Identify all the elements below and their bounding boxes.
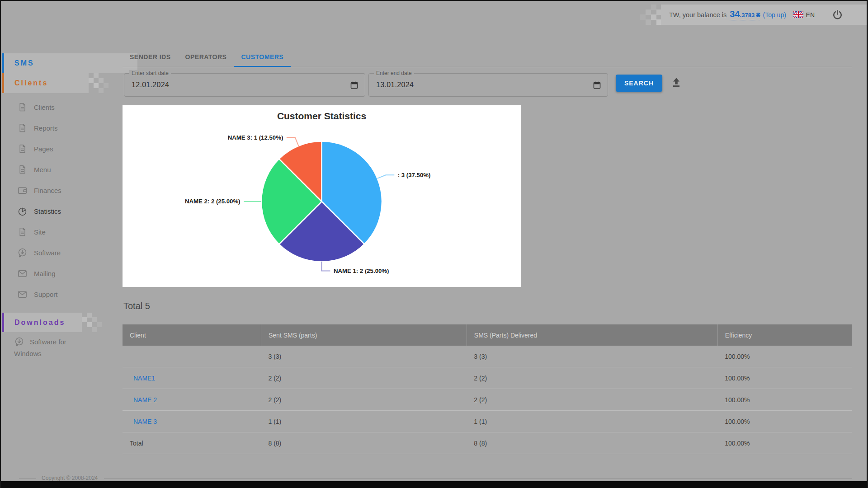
sidebar-item-mailing[interactable]: Mailing	[2, 263, 124, 284]
sidebar-item-finances[interactable]: Finances	[2, 180, 124, 201]
sent-cell: 8 (8)	[261, 432, 467, 454]
sidebar-item-pages[interactable]: Pages	[2, 138, 124, 159]
column-header: Sent SMS (parts)	[261, 324, 467, 346]
delivered-cell: 3 (3)	[467, 346, 717, 367]
pie-slice-label: NAME 1: 2 (25.00%)	[334, 267, 389, 274]
section-accent-bar	[2, 73, 4, 93]
window-bottom-bar	[1, 481, 868, 488]
client-cell: NAME 2	[123, 389, 261, 411]
download-icon	[17, 248, 28, 258]
efficiency-cell: 100.00%	[717, 367, 852, 389]
pixel-decoration	[82, 313, 104, 332]
envelope-icon	[17, 268, 28, 279]
calendar-icon[interactable]	[592, 80, 602, 90]
sidebar-item-label: Pages	[34, 145, 53, 153]
pie-leader-line	[377, 175, 395, 178]
pixel-decoration	[89, 73, 110, 93]
sidebar-item-support[interactable]: Support	[2, 284, 124, 305]
document-icon	[17, 144, 28, 154]
sidebar-item-site[interactable]: Site	[2, 221, 124, 242]
pie-leader-line	[287, 137, 299, 146]
sidebar-item-statistics[interactable]: Statistics	[2, 201, 124, 221]
pie-slice-label: : 3 (37.50%)	[398, 172, 431, 178]
start-date-value: 12.01.2024	[132, 81, 169, 89]
sidebar-section-downloads[interactable]: Downloads	[2, 313, 82, 332]
total-count: Total 5	[123, 301, 150, 311]
chart-panel: Customer Statistics : 3 (37.50%)NAME 1: …	[123, 105, 521, 287]
section-label: SMS	[14, 59, 34, 67]
client-cell: NAME 3	[123, 411, 261, 432]
pie-icon	[17, 206, 28, 216]
client-link[interactable]: NAME1	[133, 375, 155, 382]
sidebar-item-label: Menu	[34, 166, 51, 174]
language-selector[interactable]: EN	[793, 5, 815, 25]
balance-amount[interactable]: 34.3783₴	[730, 9, 760, 20]
balance-prefix: TW, your balance is	[669, 11, 726, 19]
efficiency-cell: 100.00%	[717, 411, 852, 432]
client-cell: NAME1	[123, 367, 261, 389]
footer-divider	[19, 479, 36, 479]
sidebar-item-label: Statistics	[34, 207, 61, 215]
document-icon	[17, 102, 28, 113]
sidebar-item-reports[interactable]: Reports	[2, 117, 124, 138]
sidebar-section-clients[interactable]: Clients	[2, 73, 89, 93]
delivered-cell: 1 (1)	[467, 411, 717, 432]
sidebar-menu: ClientsReportsPagesMenuFinancesStatistic…	[2, 97, 124, 305]
pixel-decoration	[637, 5, 662, 25]
document-icon	[17, 227, 28, 237]
customer-statistics-table: ClientSent SMS (parts)SMS (Parts) Delive…	[123, 324, 852, 454]
calendar-icon[interactable]	[349, 80, 359, 90]
table-row: NAME 22 (2)2 (2)100.00%	[123, 389, 852, 411]
sidebar-item-label: Site	[34, 228, 46, 236]
table-header-row: ClientSent SMS (parts)SMS (Parts) Delive…	[123, 324, 852, 346]
efficiency-cell: 100.00%	[717, 346, 852, 367]
field-label: Enter end date	[374, 70, 414, 76]
sidebar-item-menu[interactable]: Menu	[2, 159, 124, 180]
tab-operators[interactable]: OPERATORS	[178, 47, 234, 67]
sidebar-item-software[interactable]: Software	[2, 242, 124, 263]
table-total-row: Total8 (8)8 (8)100.00%	[123, 432, 852, 454]
column-header: Client	[123, 324, 261, 346]
sent-cell: 3 (3)	[261, 346, 467, 367]
tab-customers[interactable]: CUSTOMERS	[234, 47, 291, 67]
power-icon[interactable]	[832, 9, 843, 20]
sidebar-item-label: Mailing	[34, 270, 56, 277]
table-body: 3 (3)3 (3)100.00%NAME12 (2)2 (2)100.00%N…	[123, 346, 852, 454]
currency-symbol: ₴	[756, 11, 760, 19]
pie-slice-label: NAME 3: 1 (12.50%)	[228, 134, 283, 141]
document-icon	[17, 123, 28, 133]
column-header: Efficiency	[717, 324, 852, 346]
customer-statistics-pie-chart: : 3 (37.50%)NAME 1: 2 (25.00%)NAME 2: 2 …	[123, 118, 521, 285]
efficiency-cell: 100.00%	[717, 432, 852, 454]
sent-cell: 1 (1)	[261, 411, 467, 432]
sidebar-item-label: Finances	[34, 187, 61, 194]
tab-sender-ids[interactable]: SENDER IDS	[123, 47, 178, 67]
tab-bar: SENDER IDSOPERATORSCUSTOMERS	[123, 47, 852, 67]
table-row: NAME12 (2)2 (2)100.00%	[123, 367, 852, 389]
client-link[interactable]: NAME 2	[133, 396, 157, 404]
client-cell	[123, 346, 261, 367]
sidebar-section-sms[interactable]: SMS	[2, 53, 137, 73]
envelope-icon	[17, 289, 28, 300]
delivered-cell: 2 (2)	[467, 367, 717, 389]
delivered-cell: 2 (2)	[467, 389, 717, 411]
section-label: Downloads	[14, 319, 65, 327]
sidebar-item-clients[interactable]: Clients	[2, 97, 124, 117]
pie-slice-label: NAME 2: 2 (25.00%)	[185, 198, 241, 205]
client-link[interactable]: NAME 3	[133, 418, 157, 425]
sent-cell: 2 (2)	[261, 389, 467, 411]
top-up-link[interactable]: (Top up)	[763, 11, 786, 19]
sidebar-item-software-for-windows[interactable]: Software for Windows	[14, 336, 92, 360]
sidebar-item-label: Software	[34, 249, 61, 257]
topbar: TW, your balance is 34.3783₴ (Top up) EN	[661, 5, 868, 25]
search-button[interactable]: SEARCH	[616, 75, 662, 92]
wallet-icon	[17, 185, 28, 196]
end-date-field[interactable]: Enter end date 13.01.2024	[368, 73, 608, 97]
upload-icon[interactable]	[670, 76, 682, 88]
delivered-cell: 8 (8)	[467, 432, 717, 454]
start-date-field[interactable]: Enter start date 12.01.2024	[124, 73, 365, 97]
section-label: Clients	[14, 79, 48, 87]
sidebar-item-label: Reports	[34, 124, 58, 132]
pie-leader-line	[322, 262, 330, 271]
client-cell: Total	[123, 432, 261, 454]
